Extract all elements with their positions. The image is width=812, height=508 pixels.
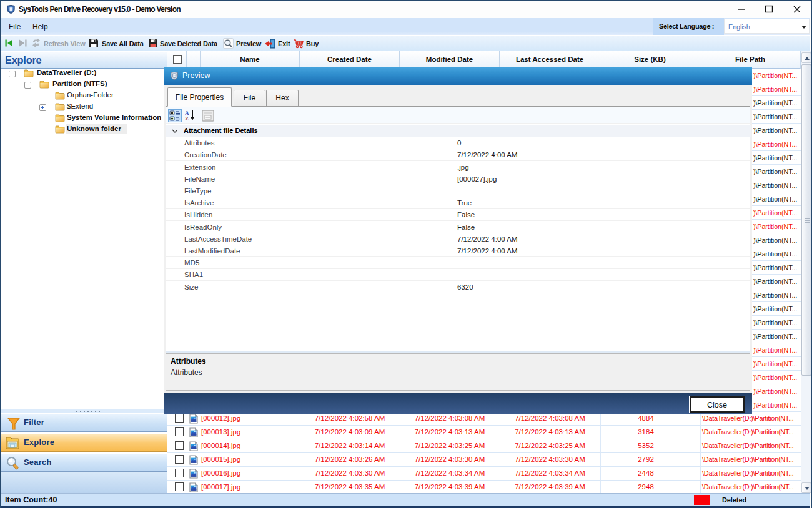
svg-text:Z: Z [185, 115, 189, 121]
